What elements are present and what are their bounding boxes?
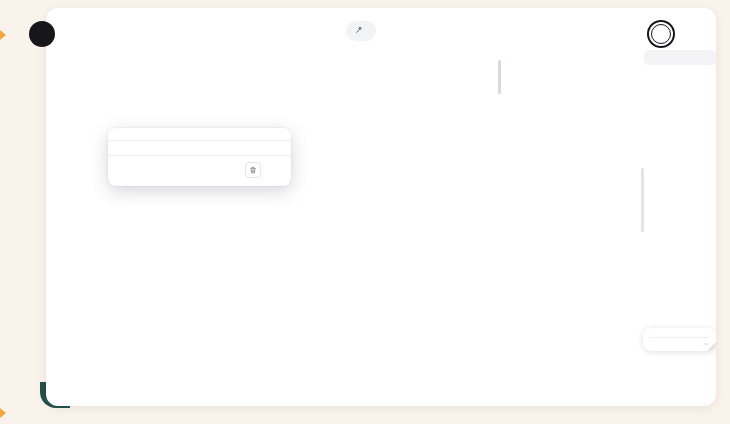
document-stats-panel <box>643 328 716 351</box>
score-badge[interactable] <box>647 20 675 48</box>
editor-area[interactable] <box>46 56 506 382</box>
editor-scrollbar[interactable] <box>498 60 501 94</box>
popup-title <box>108 128 291 141</box>
app-logo[interactable] <box>29 21 55 47</box>
suggestions-scrollbar[interactable] <box>641 168 644 232</box>
popup-more-icon[interactable] <box>267 163 281 177</box>
app-window <box>0 0 730 424</box>
suggestions-header[interactable] <box>644 50 716 65</box>
trash-icon[interactable] <box>245 162 261 178</box>
wand-icon <box>355 26 363 36</box>
document-card <box>46 8 716 406</box>
edge-marker <box>0 30 6 40</box>
folded-corner <box>707 342 716 351</box>
reopen-agent-button[interactable] <box>346 21 376 41</box>
suggestion-popup <box>108 128 291 186</box>
score-value <box>651 24 671 44</box>
grade-level-row <box>650 337 709 345</box>
popup-suggestion-text[interactable] <box>108 141 291 155</box>
popup-footer <box>108 155 291 186</box>
edge-marker <box>0 408 6 418</box>
